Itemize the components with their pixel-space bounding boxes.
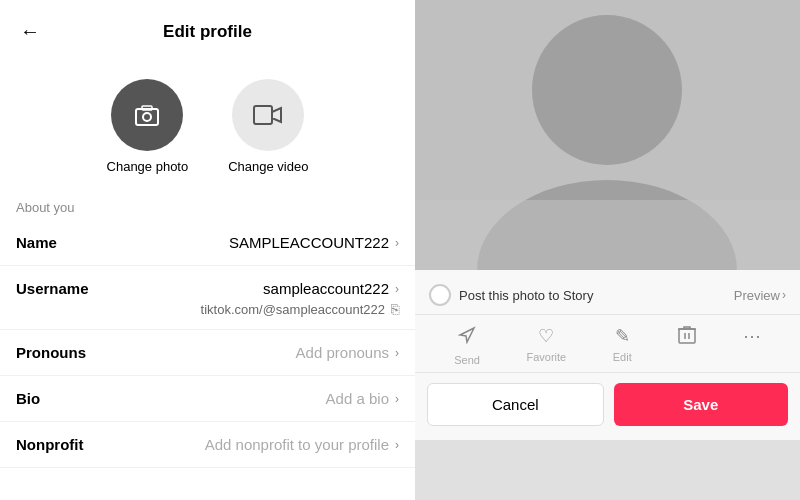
nonprofit-label: Nonprofit [16, 436, 83, 453]
about-section: About you [0, 190, 415, 220]
favorite-icon: ♡ [538, 325, 554, 347]
pronouns-chevron-icon: › [395, 346, 399, 360]
video-icon [252, 102, 284, 128]
change-photo-label: Change photo [107, 159, 189, 174]
send-icon-button[interactable]: Send [454, 325, 480, 366]
delete-icon [678, 325, 696, 350]
about-label: About you [16, 200, 75, 215]
more-icon: ⋯ [743, 325, 761, 347]
pronouns-field-row[interactable]: Pronouns Add pronouns › [0, 330, 415, 376]
change-photo-icon-circle [111, 79, 183, 151]
username-link-row: tiktok.com/@sampleaccount222 ⎘ [0, 301, 415, 330]
username-chevron-icon: › [395, 282, 399, 296]
change-video-icon-circle [232, 79, 304, 151]
avatar-svg [415, 0, 800, 270]
svg-rect-0 [136, 109, 158, 125]
svg-rect-3 [254, 106, 272, 124]
back-button[interactable]: ← [16, 16, 44, 47]
username-label: Username [16, 280, 89, 297]
left-panel: ← Edit profile Change photo [0, 0, 415, 500]
edit-icon-button[interactable]: ✎ Edit [613, 325, 632, 366]
bio-label: Bio [16, 390, 40, 407]
nonprofit-value[interactable]: Add nonprofit to your profile › [205, 436, 399, 453]
pronouns-value[interactable]: Add pronouns › [296, 344, 399, 361]
copy-icon[interactable]: ⎘ [391, 301, 399, 317]
story-row: Post this photo to Story Preview › [415, 280, 800, 315]
bio-field-row[interactable]: Bio Add a bio › [0, 376, 415, 422]
page-title: Edit profile [163, 22, 252, 42]
svg-point-5 [532, 15, 682, 165]
action-icons-row: Send ♡ Favorite ✎ Edit ⋯ [415, 315, 800, 373]
camera-icon [132, 100, 162, 130]
svg-rect-7 [415, 200, 800, 270]
send-icon [457, 325, 477, 350]
cancel-button[interactable]: Cancel [427, 383, 604, 426]
name-field-row[interactable]: Name SAMPLEACCOUNT222 › [0, 220, 415, 266]
more-icon-button[interactable]: ⋯ [743, 325, 761, 366]
nonprofit-field-row[interactable]: Nonprofit Add nonprofit to your profile … [0, 422, 415, 468]
bottom-panel: Post this photo to Story Preview › Send … [415, 270, 800, 440]
name-label: Name [16, 234, 57, 251]
change-video-button[interactable]: Change video [228, 79, 308, 174]
svg-point-1 [143, 113, 151, 121]
story-left: Post this photo to Story [429, 284, 593, 306]
edit-label: Edit [613, 351, 632, 363]
username-link-text: tiktok.com/@sampleaccount222 [201, 302, 385, 317]
avatar-preview [415, 0, 800, 270]
svg-rect-8 [679, 329, 695, 343]
name-chevron-icon: › [395, 236, 399, 250]
username-field-row[interactable]: Username sampleaccount222 › [0, 266, 415, 301]
name-value[interactable]: SAMPLEACCOUNT222 › [229, 234, 399, 251]
username-value[interactable]: sampleaccount222 › [263, 280, 399, 297]
bio-chevron-icon: › [395, 392, 399, 406]
favorite-label: Favorite [526, 351, 566, 363]
edit-icon: ✎ [615, 325, 630, 347]
story-text: Post this photo to Story [459, 288, 593, 303]
story-toggle[interactable] [429, 284, 451, 306]
media-options: Change photo Change video [0, 59, 415, 190]
nonprofit-chevron-icon: › [395, 438, 399, 452]
favorite-icon-button[interactable]: ♡ Favorite [526, 325, 566, 366]
delete-icon-button[interactable] [678, 325, 696, 366]
right-panel: Post this photo to Story Preview › Send … [415, 0, 800, 500]
preview-button[interactable]: Preview › [734, 288, 786, 303]
buttons-row: Cancel Save [415, 373, 800, 440]
preview-chevron-icon: › [782, 288, 786, 302]
header: ← Edit profile [0, 0, 415, 59]
change-video-label: Change video [228, 159, 308, 174]
change-photo-button[interactable]: Change photo [107, 79, 189, 174]
bio-value[interactable]: Add a bio › [326, 390, 399, 407]
save-button[interactable]: Save [614, 383, 789, 426]
pronouns-label: Pronouns [16, 344, 86, 361]
send-label: Send [454, 354, 480, 366]
